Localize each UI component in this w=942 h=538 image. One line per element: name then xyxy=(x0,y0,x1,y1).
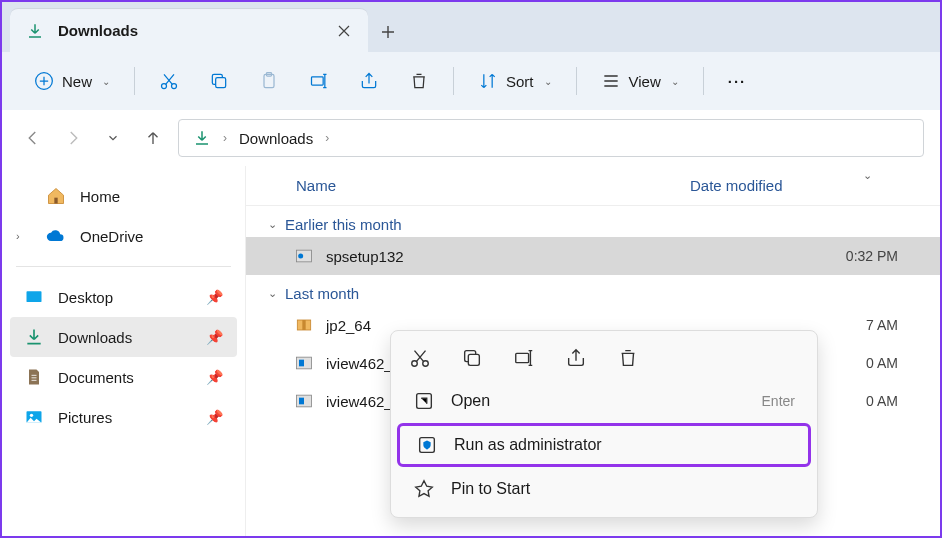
share-button[interactable] xyxy=(347,62,391,100)
sidebar-item-documents[interactable]: Documents 📌 xyxy=(10,357,237,397)
sidebar-label: Downloads xyxy=(58,329,192,346)
group-last[interactable]: ⌄Last month xyxy=(246,275,940,306)
group-earlier[interactable]: ⌄Earlier this month xyxy=(246,206,940,237)
column-header: Name Date modified⌄ xyxy=(246,166,940,206)
divider xyxy=(453,67,454,95)
svg-rect-8 xyxy=(27,291,42,302)
open-icon xyxy=(413,390,435,412)
more-button[interactable]: ··· xyxy=(716,62,759,100)
share-icon[interactable] xyxy=(565,347,587,369)
divider xyxy=(16,266,231,267)
scissors-icon xyxy=(159,71,179,91)
pin-icon: 📌 xyxy=(206,329,223,345)
expand-icon[interactable]: › xyxy=(16,230,32,242)
rename-icon[interactable] xyxy=(513,347,535,369)
address-bar[interactable]: › Downloads › xyxy=(178,119,924,157)
sidebar-item-downloads[interactable]: Downloads 📌 xyxy=(10,317,237,357)
copy-icon xyxy=(209,71,229,91)
paste-icon xyxy=(259,71,279,91)
svg-rect-22 xyxy=(516,353,529,362)
sidebar-item-home[interactable]: Home xyxy=(10,176,237,216)
view-button[interactable]: View ⌄ xyxy=(589,62,691,100)
new-tab-button[interactable] xyxy=(368,12,408,52)
document-icon xyxy=(24,367,44,387)
share-icon xyxy=(359,71,379,91)
navigation-row: › Downloads › xyxy=(2,110,940,166)
tab-downloads[interactable]: Downloads xyxy=(10,8,368,52)
pin-icon xyxy=(413,478,435,500)
home-icon xyxy=(46,186,66,206)
installer-icon xyxy=(294,246,314,266)
desktop-icon xyxy=(24,287,44,307)
chevron-down-icon: ⌄ xyxy=(268,218,277,231)
rename-button[interactable] xyxy=(297,62,341,100)
context-run-admin[interactable]: Run as administrator xyxy=(397,423,811,467)
list-icon xyxy=(601,71,621,91)
plus-circle-icon xyxy=(34,71,54,91)
trash-icon[interactable] xyxy=(617,347,639,369)
breadcrumb-current[interactable]: Downloads xyxy=(239,130,313,147)
up-button[interactable] xyxy=(138,123,168,153)
tab-title: Downloads xyxy=(58,22,322,39)
chevron-down-icon: ⌄ xyxy=(863,169,872,182)
chevron-down-icon: ⌄ xyxy=(671,76,679,87)
download-icon xyxy=(24,327,44,347)
context-pin-start[interactable]: Pin to Start xyxy=(397,467,811,511)
sidebar-item-onedrive[interactable]: › OneDrive xyxy=(10,216,237,256)
sidebar-label: OneDrive xyxy=(80,228,143,245)
svg-rect-14 xyxy=(302,320,305,330)
chevron-right-icon: › xyxy=(325,131,329,145)
pictures-icon xyxy=(24,407,44,427)
new-button[interactable]: New ⌄ xyxy=(22,62,122,100)
context-menu: Open Enter Run as administrator Pin to S… xyxy=(390,330,818,518)
divider xyxy=(134,67,135,95)
rename-icon xyxy=(309,71,329,91)
sidebar-item-desktop[interactable]: Desktop 📌 xyxy=(10,277,237,317)
sidebar-label: Documents xyxy=(58,369,192,386)
cut-button[interactable] xyxy=(147,62,191,100)
svg-rect-16 xyxy=(299,360,304,367)
pin-icon: 📌 xyxy=(206,289,223,305)
file-name: spsetup132 xyxy=(326,248,706,265)
svg-rect-6 xyxy=(312,77,324,85)
installer-icon xyxy=(294,353,314,373)
sort-label: Sort xyxy=(506,73,534,90)
installer-icon xyxy=(294,391,314,411)
chevron-right-icon: › xyxy=(223,131,227,145)
column-name[interactable]: Name xyxy=(276,177,690,194)
recent-button[interactable] xyxy=(98,123,128,153)
sidebar: Home › OneDrive Desktop 📌 Downloads 📌 Do… xyxy=(2,166,246,538)
title-bar: Downloads xyxy=(2,2,940,52)
sort-button[interactable]: Sort ⌄ xyxy=(466,62,564,100)
archive-icon xyxy=(294,315,314,335)
download-icon xyxy=(26,22,44,40)
back-button[interactable] xyxy=(18,123,48,153)
close-icon[interactable] xyxy=(336,23,352,39)
paste-button[interactable] xyxy=(247,62,291,100)
forward-button[interactable] xyxy=(58,123,88,153)
chevron-down-icon: ⌄ xyxy=(268,287,277,300)
pin-icon: 📌 xyxy=(206,369,223,385)
scissors-icon[interactable] xyxy=(409,347,431,369)
context-label: Run as administrator xyxy=(454,436,792,454)
chevron-down-icon: ⌄ xyxy=(102,76,110,87)
context-label: Open xyxy=(451,392,746,410)
delete-button[interactable] xyxy=(397,62,441,100)
context-open[interactable]: Open Enter xyxy=(397,379,811,423)
sidebar-label: Home xyxy=(80,188,120,205)
divider xyxy=(703,67,704,95)
sidebar-item-pictures[interactable]: Pictures 📌 xyxy=(10,397,237,437)
download-icon xyxy=(193,129,211,147)
context-toolbar xyxy=(397,337,811,379)
svg-rect-21 xyxy=(468,354,479,365)
copy-button[interactable] xyxy=(197,62,241,100)
context-label: Pin to Start xyxy=(451,480,795,498)
toolbar: New ⌄ Sort ⌄ View ⌄ ··· xyxy=(2,52,940,110)
context-shortcut: Enter xyxy=(762,393,795,409)
file-row[interactable]: spsetup132 0:32 PM xyxy=(246,237,940,275)
cloud-icon xyxy=(46,226,66,246)
new-label: New xyxy=(62,73,92,90)
copy-icon[interactable] xyxy=(461,347,483,369)
svg-rect-3 xyxy=(216,78,226,88)
column-modified[interactable]: Date modified⌄ xyxy=(690,177,910,194)
